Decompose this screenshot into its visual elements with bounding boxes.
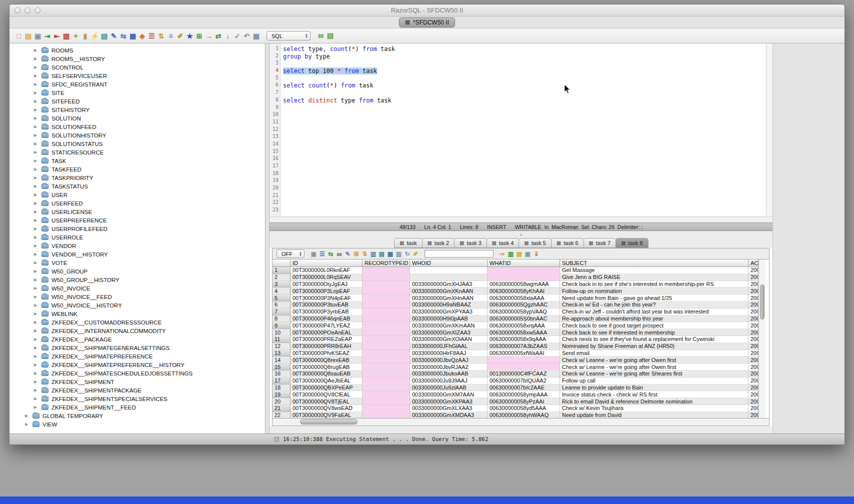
code-line[interactable]: select count(*) from task xyxy=(283,82,772,90)
disclosure-triangle-icon[interactable]: ▶ xyxy=(34,328,40,333)
column-header-recordtypeid[interactable]: RECORDTYPEID xyxy=(362,260,410,267)
sidebar-item[interactable]: ▶ZKFEDEX__SHIPMATEPREFERENCE xyxy=(10,352,265,360)
disclosure-triangle-icon[interactable]: ▶ xyxy=(34,303,40,308)
code-line[interactable]: select top 100 * from task xyxy=(283,68,772,75)
code-line[interactable] xyxy=(283,90,772,97)
disclosure-triangle-icon[interactable]: ▶ xyxy=(34,124,40,129)
disclosure-triangle-icon[interactable]: ▶ xyxy=(34,48,40,52)
close-result-tab-icon[interactable]: ⊠ xyxy=(556,240,561,246)
result-tab-task-7[interactable]: ⊠task 7 xyxy=(584,238,616,248)
table-row[interactable]: 1600T3000000Q8sauEAB0033000000JbukoAAB00… xyxy=(272,370,758,378)
edit-cell-icon[interactable]: ✎ xyxy=(344,250,352,258)
table-row[interactable]: 1200T3000000PRR8rEAH0033000000JFhGlAAL00… xyxy=(272,343,758,350)
code-line[interactable] xyxy=(283,156,772,163)
split-divider[interactable] xyxy=(266,44,270,434)
execute-all-icon[interactable]: ⇄ xyxy=(214,31,223,40)
checklist-icon[interactable]: ▤ xyxy=(100,31,109,40)
sidebar-item[interactable]: ▶SFDC_REGISTRANT xyxy=(10,80,265,88)
result-tab-task-4[interactable]: ⊠task 4 xyxy=(486,238,520,248)
disclosure-triangle-icon[interactable]: ▶ xyxy=(34,201,40,206)
disclosure-triangle-icon[interactable]: ▶ xyxy=(34,405,40,410)
disclosure-triangle-icon[interactable]: ▶ xyxy=(34,371,40,376)
disclosure-triangle-icon[interactable]: ▶ xyxy=(34,210,40,214)
column-header-subject[interactable]: SUBJECT xyxy=(560,260,748,267)
disclosure-triangle-icon[interactable]: ▶ xyxy=(34,167,40,172)
disclosure-triangle-icon[interactable]: ▶ xyxy=(34,312,40,316)
new-connection-icon[interactable]: ✦ xyxy=(71,31,80,40)
code-line[interactable] xyxy=(283,134,772,141)
describe-table-icon[interactable]: 66 xyxy=(316,32,326,41)
result-tab-task-5[interactable]: ⊠task 5 xyxy=(518,238,552,248)
grid-vertical-scrollbar-thumb[interactable] xyxy=(760,284,764,320)
insert-row-icon[interactable]: ⊞ xyxy=(352,250,360,258)
disclosure-triangle-icon[interactable]: ▶ xyxy=(34,176,40,180)
zoom-window-button[interactable] xyxy=(34,8,40,14)
copy-connection-icon[interactable]: ▥ xyxy=(62,31,71,40)
disclosure-triangle-icon[interactable]: ▶ xyxy=(34,192,40,197)
sidebar-item[interactable]: ▶SCONTROL xyxy=(10,63,265,72)
sidebar-item[interactable]: ▶ZKFEDEX__SHIPMENT xyxy=(10,378,265,386)
close-result-tab-icon[interactable]: ⊠ xyxy=(589,240,594,246)
sort-icon[interactable]: ⇅ xyxy=(156,31,166,40)
sql-code-area[interactable]: select type, count(*) from taskgroup by … xyxy=(280,44,772,216)
table-row[interactable]: 400T3000000P3LopEAF0033000000GmXKnAAN006… xyxy=(272,288,758,294)
sidebar-item[interactable]: ▶SITEHISTORY xyxy=(10,106,265,114)
disclosure-triangle-icon[interactable]: ▶ xyxy=(34,286,40,290)
sidebar-item[interactable]: ▶ZKFEDEX__INTERNATIONALCOMMODITY xyxy=(10,326,265,335)
transpose-icon[interactable]: ↻ xyxy=(403,250,412,258)
copy-table-icon[interactable]: ▥ xyxy=(369,250,378,258)
disclosure-triangle-icon[interactable]: ▶ xyxy=(34,337,40,342)
sidebar-item[interactable]: ▶ZKFEDEX__SHIPMATEPREFERENCE__HISTORY xyxy=(10,360,265,369)
sidebar-item[interactable]: ▶USERFEED xyxy=(10,199,265,208)
save-icon[interactable]: ▣ xyxy=(33,31,42,40)
close-window-button[interactable] xyxy=(14,8,20,14)
copy-clipboard-icon[interactable]: ▤ xyxy=(515,250,524,258)
disclosure-triangle-icon[interactable]: ▶ xyxy=(34,362,40,367)
code-line[interactable] xyxy=(283,207,772,214)
result-tab-task-2[interactable]: ⊠task 2 xyxy=(422,238,455,248)
save-results-icon[interactable]: ▣ xyxy=(310,250,318,258)
column-header-whoid[interactable]: WHOID xyxy=(410,260,488,267)
disclosure-triangle-icon[interactable]: ▶ xyxy=(34,158,40,163)
grid-horizontal-scrollbar[interactable] xyxy=(272,418,770,426)
connect-database-icon[interactable]: ⇥ xyxy=(42,31,52,40)
grid-vertical-scrollbar[interactable] xyxy=(758,260,766,418)
table-row[interactable]: 1400T3000000Q8rexEAB0033000000JbvQzAAJCh… xyxy=(272,356,758,364)
disclosure-triangle-icon[interactable]: ▶ xyxy=(34,218,40,222)
sidebar-item[interactable]: ▶ROOMS xyxy=(10,46,265,54)
disclosure-triangle-icon[interactable]: ▶ xyxy=(34,252,40,256)
filter-results-icon[interactable]: ☰ xyxy=(318,250,326,258)
disclosure-triangle-icon[interactable]: ▶ xyxy=(34,278,40,282)
code-line[interactable] xyxy=(283,170,772,178)
table-row[interactable]: 600T3000000P3tuvEAB0033000000H9aNBAAZ006… xyxy=(272,302,758,308)
table-row[interactable]: 1700T3000000QAeJbEAL0033000000Ju9J9AAJ00… xyxy=(272,378,758,384)
sql-editor[interactable]: 1234567891011121314151617181920212223 se… xyxy=(270,44,772,216)
column-list-icon[interactable]: ▤ xyxy=(378,250,386,258)
code-line[interactable] xyxy=(283,200,772,207)
result-tab-task[interactable]: ⊠task xyxy=(394,238,422,248)
page-view-icon[interactable]: ▦ xyxy=(386,250,394,258)
disclosure-triangle-icon[interactable]: ▶ xyxy=(25,414,32,418)
sidebar-item[interactable]: ▶TASKFEED xyxy=(10,165,265,174)
pane-splitter[interactable]: ▴ xyxy=(270,231,772,238)
disclosure-triangle-icon[interactable]: ▶ xyxy=(34,226,40,231)
column-header-id[interactable]: ID xyxy=(290,260,362,267)
code-line[interactable] xyxy=(283,148,772,156)
code-line[interactable] xyxy=(283,119,772,126)
sidebar-item[interactable]: ▶SOLUTIONHISTORY xyxy=(10,131,265,140)
disclosure-triangle-icon[interactable]: ▶ xyxy=(34,90,40,95)
edit-pencil-icon[interactable]: ✐ xyxy=(176,31,185,40)
highlight-pen-icon[interactable]: ✐ xyxy=(412,250,420,258)
sidebar-item[interactable]: ▶ZKFEDEX__SHIPMENT__FEED xyxy=(10,403,265,412)
table-row[interactable]: 300T3000000OiyJgEAJ0033000000GmXHJAA3006… xyxy=(272,281,758,288)
favorites-star-icon[interactable]: ★ xyxy=(185,31,194,40)
column-header-ac[interactable]: AC xyxy=(748,260,758,267)
sidebar-item[interactable]: ▶VENDOR__HISTORY xyxy=(10,250,265,258)
sidebar-item[interactable]: ▶ZKFEDEX__SHIPMENTPACKAGE xyxy=(10,386,265,394)
disclosure-triangle-icon[interactable]: ▶ xyxy=(34,74,40,78)
disclosure-triangle-icon[interactable]: ▶ xyxy=(34,354,40,358)
refresh-results-icon[interactable]: ⇆ xyxy=(326,250,335,258)
table-row[interactable]: 2200T3000000QV9FaEAL0033000000GmXMDAA300… xyxy=(272,412,758,418)
code-line[interactable] xyxy=(283,126,772,134)
view-glasses-icon[interactable]: 66 xyxy=(335,250,344,259)
